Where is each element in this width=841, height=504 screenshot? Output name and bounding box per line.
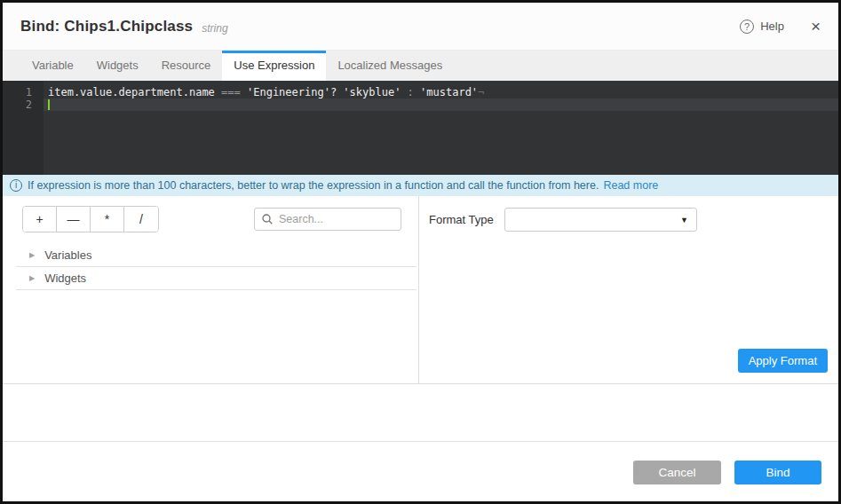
bind-button[interactable]: Bind (734, 461, 821, 484)
tab-use-expression[interactable]: Use Expression (222, 51, 326, 81)
tab-resource[interactable]: Resource (150, 51, 223, 81)
help-button[interactable]: ? Help (740, 20, 784, 34)
code-line-2 (48, 98, 838, 111)
property-type-label: string (202, 19, 227, 35)
tab-bar: Variable Widgets Resource Use Expression… (3, 51, 838, 81)
line-number: 2 (3, 98, 32, 111)
text-cursor (48, 99, 50, 110)
expression-hint-bar: i If expression is more than 100 charact… (3, 175, 838, 196)
dialog-title: Bind: Chips1.Chipclass (20, 18, 193, 35)
format-type-dropdown[interactable]: ▼ (504, 208, 697, 232)
expression-tools-panel: + — * / ▶ Variables (3, 196, 419, 383)
main-content: + — * / ▶ Variables (3, 196, 838, 384)
tab-variable[interactable]: Variable (20, 51, 85, 81)
info-icon: i (10, 179, 22, 192)
tree-item-widgets[interactable]: ▶ Widgets (16, 267, 417, 290)
close-icon[interactable]: × (811, 18, 821, 35)
code-line-1: item.value.department.name === 'Engineer… (48, 86, 838, 98)
format-type-label: Format Type (429, 213, 504, 226)
divide-operator-button[interactable]: / (124, 207, 158, 232)
end-of-line-icon: ¬ (478, 86, 484, 98)
search-field[interactable] (254, 208, 401, 231)
binding-source-tree: ▶ Variables ▶ Widgets (3, 244, 418, 290)
read-more-link[interactable]: Read more (603, 179, 658, 192)
question-mark-circle-icon: ? (740, 20, 754, 34)
operator-toolbar: + — * / (22, 206, 401, 232)
tab-localized-messages[interactable]: Localized Messages (326, 51, 454, 81)
code-token: 'mustard' (420, 86, 478, 98)
help-label: Help (760, 20, 784, 33)
empty-area (3, 384, 838, 441)
triangle-right-icon[interactable]: ▶ (29, 251, 35, 259)
apply-format-button[interactable]: Apply Format (738, 349, 828, 373)
line-number: 1 (3, 86, 32, 98)
minus-operator-button[interactable]: — (57, 207, 91, 232)
editor-code-area[interactable]: item.value.department.name === 'Engineer… (44, 81, 838, 175)
search-icon (262, 214, 273, 224)
search-input[interactable] (279, 213, 393, 225)
expression-code-editor[interactable]: 1 2 item.value.department.name === 'Engi… (3, 81, 838, 175)
code-token: === (221, 86, 247, 98)
chevron-down-icon: ▼ (680, 216, 688, 224)
code-token: item.value.department.name (48, 86, 221, 98)
tab-widgets[interactable]: Widgets (85, 51, 150, 81)
multiply-operator-button[interactable]: * (91, 207, 124, 232)
tree-item-variables[interactable]: ▶ Variables (16, 244, 417, 267)
editor-gutter: 1 2 (3, 81, 44, 175)
code-token: 'Engineering'? 'skyblue' (247, 86, 408, 98)
header-actions: ? Help × (740, 18, 838, 35)
bind-dialog: Bind: Chips1.Chipclass string ? Help × V… (0, 0, 841, 504)
format-type-row: Format Type ▼ (429, 208, 838, 232)
dialog-header: Bind: Chips1.Chipclass string ? Help × (3, 3, 838, 51)
triangle-right-icon[interactable]: ▶ (29, 274, 35, 282)
dialog-footer: Cancel Bind (3, 441, 838, 501)
tree-item-label: Widgets (44, 272, 86, 285)
operator-button-group: + — * / (22, 206, 159, 232)
cancel-button[interactable]: Cancel (633, 461, 721, 484)
hint-text: If expression is more than 100 character… (28, 179, 599, 192)
plus-operator-button[interactable]: + (23, 207, 57, 232)
format-panel: Format Type ▼ Apply Format (419, 196, 838, 383)
tree-item-label: Variables (44, 248, 91, 262)
code-token: : (408, 86, 420, 98)
